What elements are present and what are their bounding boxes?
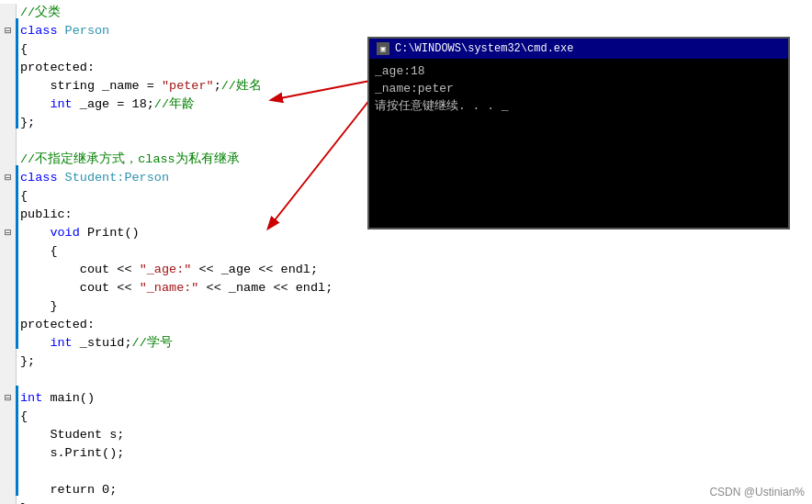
line-content: Student s; xyxy=(17,426,124,444)
code-line: cout << "_age:" << _age << endl; xyxy=(0,261,812,279)
line-content: }; xyxy=(17,353,35,371)
code-line: } xyxy=(0,297,812,316)
code-token: int xyxy=(50,336,72,350)
code-token: main() xyxy=(42,391,95,405)
line-gutter xyxy=(0,114,17,132)
line-content: class Student:Person xyxy=(17,169,169,187)
code-token: cout << xyxy=(20,281,140,295)
line-gutter xyxy=(0,481,17,499)
code-token: "_name:" xyxy=(140,281,199,295)
line-gutter xyxy=(0,353,17,371)
line-content: //不指定继承方式，class为私有继承 xyxy=(17,151,240,169)
code-token: }; xyxy=(20,116,35,129)
code-token: class xyxy=(20,24,65,38)
line-content: //父类 xyxy=(17,4,61,22)
line-content: } xyxy=(17,297,58,316)
line-gutter xyxy=(0,463,17,481)
line-gutter xyxy=(0,316,17,334)
line-gutter xyxy=(0,297,17,316)
code-line: cout << "_name:" << _name << endl; xyxy=(0,279,812,297)
code-token: "peter" xyxy=(162,79,214,93)
line-content: void Print() xyxy=(17,224,140,242)
code-token: protected: xyxy=(20,61,95,74)
code-token: //父类 xyxy=(20,6,61,19)
line-content: { xyxy=(17,242,58,261)
code-token: "_age:" xyxy=(140,263,192,276)
line-gutter xyxy=(0,4,17,22)
code-token: Student:Person xyxy=(65,171,169,185)
code-token: ; xyxy=(214,79,221,93)
code-token: } xyxy=(20,299,58,313)
line-gutter xyxy=(0,426,17,444)
watermark: CSDN @Ustinian% xyxy=(709,486,805,498)
code-token: int xyxy=(50,97,72,111)
code-line xyxy=(0,463,812,481)
line-content: int main() xyxy=(17,389,95,408)
cmd-output-line: 请按任意键继续. . . _ xyxy=(375,97,783,115)
code-line: } xyxy=(0,499,812,504)
code-line: ⊟int main() xyxy=(0,389,812,408)
code-token: _stuid; xyxy=(73,336,132,350)
code-line: return 0; xyxy=(0,481,812,499)
code-token: { xyxy=(20,189,28,203)
code-token: Student s; xyxy=(20,428,124,442)
code-token: s.Print(); xyxy=(20,446,124,460)
code-line: protected: xyxy=(0,316,812,334)
code-token xyxy=(20,97,50,111)
code-token: //姓名 xyxy=(221,79,262,93)
code-line: s.Print(); xyxy=(0,444,812,463)
code-token: class xyxy=(20,171,65,185)
code-token: return 0; xyxy=(20,483,117,497)
line-content: string _name = "peter";//姓名 xyxy=(17,77,262,95)
cmd-window: ▣ C:\WINDOWS\system32\cmd.exe _age:18_na… xyxy=(367,37,790,230)
code-line: int _stuid;//学号 xyxy=(0,334,812,353)
code-token: << _name << endl; xyxy=(198,281,333,295)
cmd-body: _age:18_name:peter请按任意键继续. . . _ xyxy=(369,59,788,228)
line-content: int _age = 18;//年龄 xyxy=(17,95,195,114)
cmd-title: C:\WINDOWS\system32\cmd.exe xyxy=(395,42,573,55)
line-content: return 0; xyxy=(17,481,117,499)
line-content: protected: xyxy=(17,316,95,334)
cmd-titlebar: ▣ C:\WINDOWS\system32\cmd.exe xyxy=(369,39,788,59)
line-gutter: ⊟ xyxy=(0,22,17,40)
line-content: class Person xyxy=(17,22,109,40)
line-gutter xyxy=(0,408,17,426)
code-token: //学号 xyxy=(132,336,173,350)
code-line: Student s; xyxy=(0,426,812,444)
cmd-icon: ▣ xyxy=(377,42,389,55)
line-gutter xyxy=(0,59,17,77)
code-token: string _name = xyxy=(20,79,162,93)
line-gutter xyxy=(0,261,17,279)
code-token: Print() xyxy=(80,226,140,240)
line-content: }; xyxy=(17,114,35,132)
line-gutter xyxy=(0,371,17,389)
line-gutter: ⊟ xyxy=(0,389,17,408)
code-token: Person xyxy=(65,24,110,38)
code-token: _age = 18; xyxy=(73,97,154,111)
cmd-output-line: _age:18 xyxy=(375,62,783,80)
line-gutter xyxy=(0,242,17,261)
line-content: public: xyxy=(17,206,73,224)
line-gutter: ⊟ xyxy=(0,224,17,242)
code-token: protected: xyxy=(20,318,95,331)
code-token: { xyxy=(20,409,28,423)
line-content: protected: xyxy=(17,59,95,77)
line-content: int _stuid;//学号 xyxy=(17,334,173,353)
code-token: { xyxy=(20,42,28,56)
code-token: << _age << endl; xyxy=(191,263,318,276)
line-gutter xyxy=(0,151,17,169)
code-line: //父类 xyxy=(0,4,812,22)
line-gutter: ⊟ xyxy=(0,169,17,187)
code-line: }; xyxy=(0,353,812,371)
code-token: //年龄 xyxy=(154,97,195,111)
line-gutter xyxy=(0,77,17,95)
code-token: int xyxy=(20,391,42,405)
line-gutter xyxy=(0,206,17,224)
code-token: { xyxy=(20,244,58,258)
code-token: }; xyxy=(20,354,35,368)
line-gutter xyxy=(0,132,17,151)
code-line: { xyxy=(0,408,812,426)
code-token: void xyxy=(50,226,79,240)
line-content: } xyxy=(17,499,28,504)
line-gutter xyxy=(0,334,17,353)
